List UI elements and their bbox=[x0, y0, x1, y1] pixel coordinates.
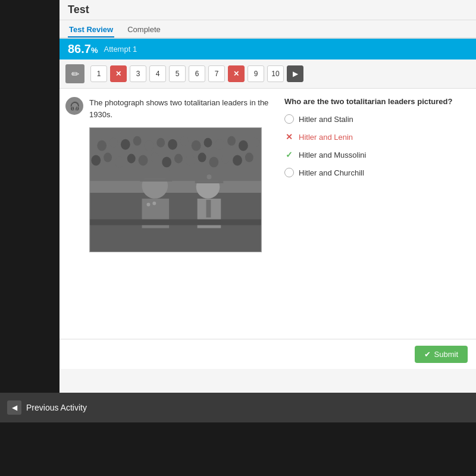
content-area: Test Test Review Complete 86.7% Attempt … bbox=[60, 0, 476, 393]
question-right: Who are the two totalitarian leaders pic… bbox=[284, 97, 468, 330]
nav-num-6[interactable]: 6 bbox=[189, 65, 205, 82]
title-bar: Test bbox=[60, 0, 476, 20]
nav-play-icon[interactable]: ▶ bbox=[287, 65, 303, 82]
option-row-4[interactable]: Hitler and Churchill bbox=[284, 168, 468, 177]
submit-check-icon: ✔ bbox=[424, 350, 431, 359]
options-title: Who are the two totalitarian leaders pic… bbox=[284, 97, 468, 106]
pencil-icon: ✏ bbox=[65, 64, 84, 83]
tab-complete[interactable]: Complete bbox=[126, 23, 162, 37]
radio-4[interactable] bbox=[284, 168, 294, 177]
option-row-1[interactable]: Hitler and Stalin bbox=[284, 114, 468, 124]
nav-bar: ✏ 1 ✕ 3 4 5 6 7 ✕ 9 10 ▶ bbox=[60, 60, 476, 89]
bottom-bar: ◀ Previous Activity bbox=[0, 393, 476, 422]
submit-area: ✔ Submit bbox=[60, 339, 476, 369]
option-label-4: Hitler and Churchill bbox=[299, 168, 364, 177]
option-row-3[interactable]: ✓ Hitler and Mussolini bbox=[284, 150, 468, 159]
historical-photo bbox=[89, 127, 262, 252]
radio-1[interactable] bbox=[284, 114, 294, 124]
prev-arrow-icon: ◀ bbox=[7, 400, 21, 415]
nav-num-4[interactable]: 4 bbox=[149, 65, 166, 82]
wrong-mark-2: ✕ bbox=[284, 132, 294, 142]
previous-activity-button[interactable]: ◀ Previous Activity bbox=[7, 400, 87, 415]
submit-label: Submit bbox=[434, 350, 458, 359]
score-percentage: 86.7% bbox=[68, 42, 98, 56]
attempt-label: Attempt 1 bbox=[104, 45, 137, 54]
option-label-1: Hitler and Stalin bbox=[299, 115, 353, 124]
page-title: Test bbox=[68, 4, 89, 15]
svg-rect-44 bbox=[90, 128, 261, 252]
nav-num-3[interactable]: 3 bbox=[130, 65, 146, 82]
photo-svg bbox=[90, 128, 261, 252]
option-label-2: Hitler and Lenin bbox=[299, 133, 353, 142]
nav-num-10[interactable]: 10 bbox=[267, 65, 284, 82]
prev-activity-label: Previous Activity bbox=[26, 403, 87, 412]
submit-button[interactable]: ✔ Submit bbox=[415, 346, 468, 363]
question-area: 🎧 The photograph shows two totalitarian … bbox=[60, 89, 476, 339]
question-text: The photograph shows two totalitarian le… bbox=[89, 97, 273, 120]
nav-num-8-wrong[interactable]: ✕ bbox=[228, 65, 245, 82]
correct-mark-3: ✓ bbox=[284, 150, 294, 159]
tab-bar: Test Review Complete bbox=[60, 20, 476, 39]
headphone-icon: 🎧 bbox=[65, 97, 83, 115]
tab-test-review[interactable]: Test Review bbox=[68, 23, 114, 37]
nav-num-5[interactable]: 5 bbox=[169, 65, 186, 82]
nav-num-9[interactable]: 9 bbox=[248, 65, 264, 82]
option-row-2[interactable]: ✕ Hitler and Lenin bbox=[284, 132, 468, 142]
score-bar: 86.7% Attempt 1 bbox=[60, 39, 476, 60]
nav-num-7[interactable]: 7 bbox=[208, 65, 225, 82]
question-left: The photograph shows two totalitarian le… bbox=[89, 97, 273, 330]
option-label-3: Hitler and Mussolini bbox=[299, 151, 366, 159]
nav-num-2-wrong[interactable]: ✕ bbox=[110, 65, 127, 82]
nav-num-1[interactable]: 1 bbox=[90, 65, 107, 82]
